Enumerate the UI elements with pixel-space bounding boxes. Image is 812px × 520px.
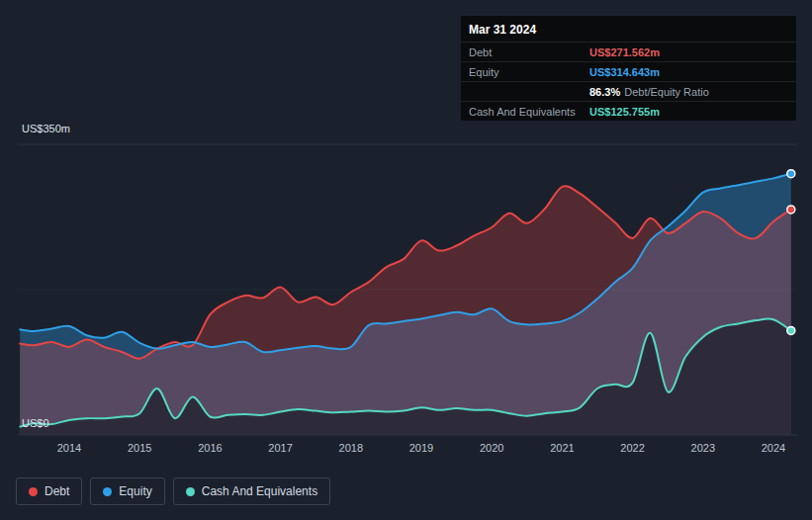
legend-item-debt[interactable]: Debt (16, 477, 82, 505)
x-tick-label: 2024 (752, 442, 795, 454)
debt-equity-history-panel: US$350m US$0 201420152016201720182019202… (0, 0, 812, 520)
debt-legend-dot-icon (29, 487, 38, 496)
equity-legend-dot-icon (103, 487, 112, 496)
legend-item-cash[interactable]: Cash And Equivalents (173, 477, 330, 505)
tooltip-date: Mar 31 2024 (461, 16, 796, 42)
tooltip-equity-value: US$314.643m (589, 66, 660, 78)
legend-item-equity[interactable]: Equity (90, 477, 164, 505)
cash-legend-dot-icon (186, 487, 195, 496)
legend-debt-label: Debt (45, 484, 69, 498)
x-tick-label: 2023 (681, 442, 725, 454)
x-tick-label: 2020 (470, 442, 513, 454)
legend-equity-label: Equity (119, 484, 151, 498)
tooltip-cash-label: Cash And Equivalents (469, 106, 589, 118)
tooltip-ratio-caption: Debt/Equity Ratio (624, 86, 709, 98)
tooltip-ratio-value: 86.3%Debt/Equity Ratio (589, 86, 709, 98)
tooltip-row-cash: Cash And Equivalents US$125.755m (461, 101, 796, 121)
x-tick-label: 2015 (118, 442, 161, 454)
tooltip-row-debt: Debt US$271.562m (461, 42, 796, 61)
tooltip-row-ratio: 86.3%Debt/Equity Ratio (461, 81, 796, 101)
x-tick-label: 2019 (400, 442, 443, 454)
tooltip-ratio-percent: 86.3% (589, 86, 620, 98)
tooltip-row-equity: Equity US$314.643m (461, 61, 796, 81)
tooltip-cash-value: US$125.755m (589, 106, 660, 118)
x-tick-label: 2014 (47, 442, 91, 454)
x-tick-label: 2016 (188, 442, 231, 454)
tooltip-equity-label: Equity (469, 66, 589, 78)
legend-cash-label: Cash And Equivalents (202, 484, 317, 498)
tooltip-debt-label: Debt (469, 46, 589, 58)
legend: Debt Equity Cash And Equivalents (16, 477, 330, 505)
x-tick-label: 2018 (329, 442, 373, 454)
x-axis: 2014201520162017201820192020202120222023… (0, 442, 812, 458)
x-tick-label: 2017 (259, 442, 303, 454)
chart-tooltip: Mar 31 2024 Debt US$271.562m Equity US$3… (461, 16, 796, 121)
x-tick-label: 2021 (540, 442, 584, 454)
x-tick-label: 2022 (611, 442, 655, 454)
tooltip-debt-value: US$271.562m (589, 46, 660, 58)
y-axis-max-label: US$350m (22, 123, 70, 134)
y-axis-min-label: US$0 (22, 417, 49, 429)
